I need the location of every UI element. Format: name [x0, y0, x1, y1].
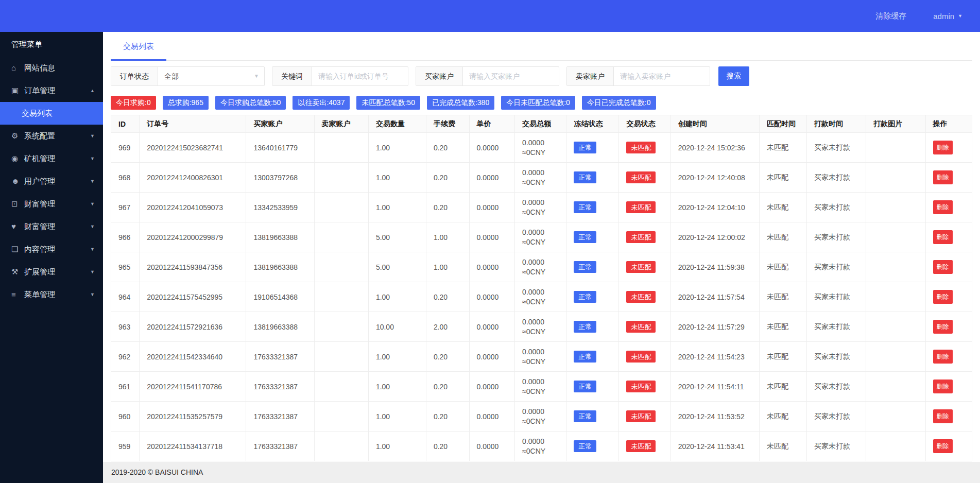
cell-freeze-status: 正常 — [566, 372, 619, 402]
home-icon: ⌂ — [11, 57, 24, 79]
trade-status-badge: 未匹配 — [626, 201, 656, 213]
sidebar-item-label: 财富管理 — [24, 222, 55, 231]
delete-button[interactable]: 删除 — [933, 380, 953, 393]
cell-created-time: 2020-12-24 11:57:29 — [670, 312, 759, 342]
cell-seller-account — [314, 402, 368, 432]
cell-pay-image — [866, 312, 925, 342]
cell-actions: 删除 — [925, 193, 972, 222]
chevron-down-icon: ▼ — [90, 170, 95, 193]
delete-button[interactable]: 删除 — [933, 200, 953, 214]
sidebar-item-order-management[interactable]: ▣订单管理▲ — [0, 79, 103, 102]
cell-trade-status: 未匹配 — [619, 222, 670, 252]
cell-trade-total: 0.0000≈0CNY — [515, 312, 566, 342]
delete-button[interactable]: 删除 — [933, 141, 953, 154]
cell-fee: 0.20 — [426, 282, 469, 312]
cell-fee: 0.20 — [426, 402, 469, 432]
cell-fee: 0.20 — [426, 342, 469, 372]
cell-seller-account — [314, 282, 368, 312]
cell-freeze-status: 正常 — [566, 342, 619, 372]
buyer-filter: 买家账户 — [416, 66, 559, 86]
buyer-input[interactable] — [463, 67, 559, 85]
cell-trade-status: 未匹配 — [619, 342, 670, 372]
column-header: 匹配时间 — [759, 115, 806, 133]
order-status-select[interactable]: 全部 ▼ — [158, 67, 264, 85]
cell-freeze-status: 正常 — [566, 252, 619, 282]
sidebar-item-label: 矿机管理 — [24, 154, 55, 163]
trade-total-amount: 0.0000 — [522, 198, 559, 208]
cell-seller-account — [314, 193, 368, 222]
cell-trade-status: 未匹配 — [619, 133, 670, 163]
cell-fee: 1.00 — [426, 222, 469, 252]
column-header: 买家账户 — [246, 115, 314, 133]
cell-unit-price: 0.0000 — [469, 312, 515, 342]
delete-button[interactable]: 删除 — [933, 350, 953, 364]
sidebar-item-menu-management[interactable]: ≡菜单管理▼ — [0, 283, 103, 306]
table-row: 9642020122411575452995191065143681.000.2… — [111, 282, 972, 312]
cell-order-no: 2020122411572921636 — [140, 312, 246, 342]
sidebar-item-wealth-management-1[interactable]: ⊡财富管理▼ — [0, 193, 103, 215]
sidebar-item-extension-management[interactable]: ⚒扩展管理▼ — [0, 261, 103, 283]
table-row: 9622020122411542334640176333213871.000.2… — [111, 342, 972, 372]
cell-buyer-account: 13819663388 — [246, 222, 314, 252]
delete-button[interactable]: 删除 — [933, 290, 953, 304]
freeze-status-badge: 正常 — [574, 440, 596, 452]
cell-unit-price: 0.0000 — [469, 163, 515, 193]
cell-pay-time: 买家未打款 — [806, 163, 866, 193]
cell-buyer-account: 13819663388 — [246, 252, 314, 282]
cell-freeze-status: 正常 — [566, 312, 619, 342]
clear-cache-button[interactable]: 清除缓存 — [875, 11, 906, 21]
cell-unit-price: 0.0000 — [469, 342, 515, 372]
table-row: 9672020122412041059073133425339591.000.2… — [111, 193, 972, 222]
cell-pay-image — [866, 342, 925, 372]
cell-trade-status: 未匹配 — [619, 252, 670, 282]
cell-buyer-account: 19106514368 — [246, 282, 314, 312]
trade-total-cny: ≈0CNY — [522, 357, 559, 367]
sidebar-subitem-trade-list[interactable]: 交易列表 — [0, 102, 103, 125]
cell-trade-total: 0.0000≈0CNY — [515, 402, 566, 432]
sidebar-item-wealth-management-2[interactable]: ♥财富管理▼ — [0, 215, 103, 238]
delete-button[interactable]: 删除 — [933, 170, 953, 184]
tab-trade-list[interactable]: 交易列表 — [111, 32, 166, 60]
user-menu[interactable]: admin ▼ — [933, 12, 962, 21]
buyer-label: 买家账户 — [416, 67, 463, 85]
sidebar-item-user-management[interactable]: ☻用户管理▼ — [0, 170, 103, 193]
seller-filter: 卖家账户 — [566, 66, 710, 86]
cell-freeze-status: 正常 — [566, 133, 619, 163]
delete-button[interactable]: 删除 — [933, 320, 953, 334]
seller-input[interactable] — [614, 67, 710, 85]
sidebar-item-content-management[interactable]: ❏内容管理▼ — [0, 238, 103, 261]
list-icon: ≡ — [11, 283, 24, 306]
chevron-down-icon: ▼ — [90, 147, 95, 170]
sidebar-item-system-config[interactable]: ⚙系统配置▼ — [0, 125, 103, 147]
table-body: 9692020122415023682741136401617791.000.2… — [111, 133, 972, 461]
delete-button[interactable]: 删除 — [933, 439, 953, 453]
cell-trade-status: 未匹配 — [619, 432, 670, 461]
cell-seller-account — [314, 222, 368, 252]
keyword-input[interactable] — [312, 67, 408, 85]
sidebar-title: 管理菜单 — [0, 32, 103, 57]
cell-trade-quantity: 1.00 — [368, 163, 426, 193]
delete-button[interactable]: 删除 — [933, 260, 953, 274]
trade-total-cny: ≈0CNY — [522, 297, 559, 307]
cell-trade-status: 未匹配 — [619, 402, 670, 432]
cell-order-no: 2020122411535257579 — [140, 402, 246, 432]
cell-created-time: 2020-12-24 12:04:10 — [670, 193, 759, 222]
main-content: 交易列表 订单状态 全部 ▼ 关键词 买家账户 卖家账户 搜索 今日求购:0总求… — [103, 32, 980, 483]
cell-pay-time: 买家未打款 — [806, 432, 866, 461]
sidebar-item-site-info[interactable]: ⌂网站信息 — [0, 57, 103, 79]
delete-button[interactable]: 删除 — [933, 230, 953, 244]
filter-bar: 订单状态 全部 ▼ 关键词 买家账户 卖家账户 搜索 — [111, 66, 972, 86]
delete-button[interactable]: 删除 — [933, 409, 953, 423]
cell-trade-quantity: 5.00 — [368, 252, 426, 282]
cell-trade-quantity: 1.00 — [368, 342, 426, 372]
sidebar-item-miner-management[interactable]: ◉矿机管理▼ — [0, 147, 103, 170]
stats-bar: 今日求购:0总求购:965今日求购总笔数:50以往卖出:4037未匹配总笔数:5… — [111, 96, 972, 110]
wrench-icon: ⚒ — [11, 261, 24, 283]
trade-status-badge: 未匹配 — [626, 142, 656, 153]
trade-total-amount: 0.0000 — [522, 228, 559, 237]
trade-status-badge: 未匹配 — [626, 351, 656, 363]
search-button[interactable]: 搜索 — [718, 66, 749, 86]
cell-trade-total: 0.0000≈0CNY — [515, 252, 566, 282]
chevron-down-icon: ▼ — [90, 261, 95, 283]
chevron-down-icon: ▼ — [90, 193, 95, 215]
